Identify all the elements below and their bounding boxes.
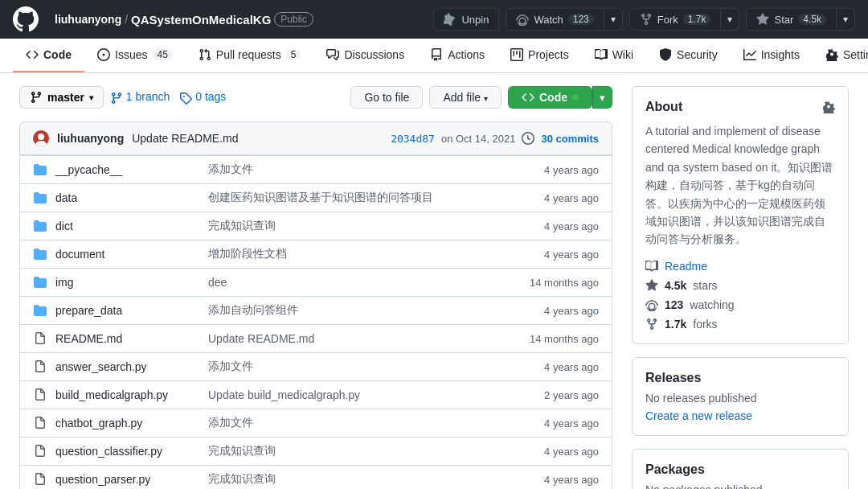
packages-section: Packages No packages published Publish y… — [632, 449, 849, 489]
fork-group: Fork 1.7k ▾ — [629, 8, 740, 31]
watch-dropdown[interactable]: ▾ — [604, 8, 623, 31]
commit-author-link[interactable]: liuhuanyong — [57, 132, 124, 145]
content-area: master ▾ 1 branch 0 tags Go to file — [19, 86, 612, 489]
file-message: dee — [208, 276, 510, 289]
add-file-button[interactable]: Add file ▾ — [429, 86, 502, 109]
table-row: prepare_data添加自动问答组件4 years ago — [20, 297, 612, 325]
file-name-link[interactable]: question_classifier.py — [55, 445, 162, 458]
branch-info: 1 branch 0 tags — [110, 90, 226, 104]
owner-link[interactable]: liuhuanyong — [55, 13, 121, 26]
settings-icon[interactable] — [822, 101, 835, 113]
tab-code[interactable]: Code — [13, 39, 84, 72]
file-time: 4 years ago — [518, 164, 599, 176]
about-header: About — [645, 100, 835, 114]
star-count: 4.5k — [798, 14, 826, 25]
file-name: __pycache__ — [55, 163, 200, 176]
watch-button[interactable]: Watch 123 — [506, 8, 604, 31]
repo-name[interactable]: QASystemOnMedicalKG — [131, 13, 271, 27]
unpin-group: Unpin — [433, 8, 499, 31]
table-row: dict完成知识查询4 years ago — [20, 212, 612, 240]
commits-count-link[interactable]: 30 commits — [541, 133, 599, 145]
tab-settings[interactable]: Settings — [813, 39, 868, 72]
table-row: chatbot_graph.py添加文件4 years ago — [20, 409, 612, 438]
file-name-link[interactable]: prepare_data — [55, 304, 122, 317]
branch-selector[interactable]: master ▾ — [19, 86, 104, 109]
file-name-link[interactable]: answer_search.py — [55, 360, 147, 373]
watching-label: watching — [690, 298, 734, 311]
book-icon — [645, 260, 658, 273]
code-button[interactable]: Code — [508, 86, 592, 109]
tab-wiki[interactable]: Wiki — [582, 39, 646, 72]
file-name-link[interactable]: __pycache__ — [55, 163, 122, 176]
breadcrumb: liuhuanyong / QASystemOnMedicalKG Public — [55, 12, 313, 27]
releases-title: Releases — [645, 371, 835, 385]
readme-link[interactable]: Readme — [665, 260, 707, 273]
stars-count: 4.5k — [665, 279, 686, 292]
no-releases-text: No releases published — [645, 392, 835, 405]
file-name: img — [55, 276, 200, 289]
file-icon — [33, 360, 47, 374]
file-name-link[interactable]: img — [55, 276, 74, 289]
no-packages-text: No packages published — [645, 483, 835, 489]
commits-label: commits — [556, 133, 599, 145]
star-button[interactable]: Star 4.5k — [746, 8, 837, 31]
branches-label: branch — [136, 90, 170, 103]
github-logo — [13, 6, 39, 32]
watching-count: 123 — [665, 298, 683, 311]
add-file-chevron: ▾ — [484, 94, 488, 103]
table-row: __pycache__添加文件4 years ago — [20, 156, 612, 184]
branches-count: 1 — [126, 90, 133, 103]
commit-message: Update README.md — [132, 132, 238, 145]
tags-count: 0 — [195, 90, 202, 103]
file-name-link[interactable]: dict — [55, 220, 73, 232]
code-dropdown-button[interactable]: ▾ — [592, 86, 612, 109]
fork-dropdown[interactable]: ▾ — [721, 8, 739, 31]
readme-link-item: Readme — [645, 260, 835, 273]
file-name-link[interactable]: chatbot_graph.py — [55, 417, 142, 429]
controls-right: Go to file Add file ▾ Code ▾ — [350, 86, 612, 109]
tab-discussions[interactable]: Discussions — [313, 39, 417, 72]
branches-link[interactable]: 1 branch — [110, 90, 170, 104]
visibility-badge: Public — [274, 12, 313, 27]
tags-link[interactable]: 0 tags — [179, 90, 226, 104]
watch-group: Watch 123 ▾ — [506, 8, 622, 31]
commit-sha-link[interactable]: 2034d87 — [391, 133, 435, 145]
fork-icon — [645, 318, 658, 331]
tab-security[interactable]: Security — [646, 39, 731, 72]
tab-issues-label: Issues — [115, 48, 147, 61]
tab-projects[interactable]: Projects — [497, 39, 582, 72]
table-row: README.mdUpdate README.md14 months ago — [20, 325, 612, 353]
unpin-button[interactable]: Unpin — [433, 8, 499, 31]
file-time: 4 years ago — [518, 474, 599, 486]
packages-title: Packages — [645, 462, 835, 477]
svg-point-0 — [38, 134, 44, 140]
about-links: Readme 4.5k stars 123 watching 1.7k fork… — [645, 260, 835, 331]
file-table: __pycache__添加文件4 years agodata创建医药知识图谱及基… — [19, 155, 612, 489]
star-dropdown[interactable]: ▾ — [837, 8, 855, 31]
file-name-link[interactable]: document — [55, 248, 104, 261]
star-group: Star 4.5k ▾ — [746, 8, 855, 31]
forks-count: 1.7k — [665, 318, 686, 331]
file-time: 14 months ago — [518, 333, 599, 345]
tab-insights[interactable]: Insights — [731, 39, 813, 72]
table-row: build_medicalgraph.pyUpdate build_medica… — [20, 381, 612, 409]
tab-insights-label: Insights — [761, 48, 800, 61]
file-name: build_medicalgraph.py — [55, 388, 200, 401]
table-row: document增加阶段性文档4 years ago — [20, 240, 612, 269]
file-name-link[interactable]: data — [55, 191, 77, 204]
file-time: 4 years ago — [518, 417, 599, 429]
tab-actions[interactable]: Actions — [417, 39, 497, 72]
go-to-file-button[interactable]: Go to file — [350, 86, 423, 109]
file-name-link[interactable]: question_parser.py — [55, 473, 150, 486]
star-label: Star — [774, 14, 793, 26]
fork-button[interactable]: Fork 1.7k — [629, 8, 722, 31]
tab-security-label: Security — [677, 48, 718, 61]
file-name-link[interactable]: README.md — [55, 332, 122, 345]
file-name-link[interactable]: build_medicalgraph.py — [55, 388, 168, 401]
file-time: 4 years ago — [518, 305, 599, 317]
tab-pull-requests[interactable]: Pull requests 5 — [186, 39, 314, 72]
tab-issues[interactable]: Issues 45 — [84, 39, 186, 72]
create-release-link[interactable]: Create a new release — [645, 409, 752, 422]
tab-settings-label: Settings — [843, 48, 868, 61]
file-icon — [33, 416, 47, 430]
